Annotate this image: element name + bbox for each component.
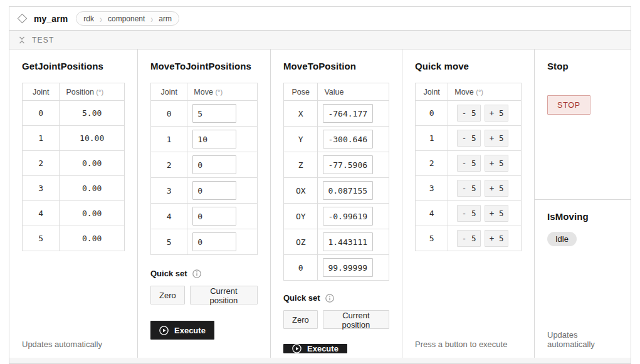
zero-button[interactable]: Zero	[283, 310, 318, 329]
minus-5-button-joint-1[interactable]: - 5	[457, 130, 481, 147]
column-header-joint: Joint	[151, 83, 187, 101]
column-header-move: Move (°)	[187, 83, 258, 101]
breadcrumb-item-arm[interactable]: arm	[159, 14, 172, 23]
collapse-icon	[19, 36, 25, 44]
move_to_position-input-Y[interactable]	[323, 130, 373, 148]
info-icon[interactable]	[192, 269, 201, 278]
breadcrumb-item-rdk[interactable]: rdk	[83, 14, 94, 23]
current-position-button[interactable]: Current position	[190, 286, 258, 304]
panel-stop-ismoving: Stop STOP IsMoving Idle Updates automati…	[535, 49, 631, 358]
component-title: my_arm	[34, 14, 68, 24]
stop-button[interactable]: STOP	[547, 95, 590, 115]
move_to_joint_positions-input-1[interactable]	[192, 130, 236, 148]
table-row: OY	[284, 204, 389, 229]
move_to_position-input-Z[interactable]	[323, 155, 373, 174]
value-input-cell	[318, 127, 389, 152]
position-value: 5.00	[60, 101, 125, 126]
position-value: 0.00	[60, 226, 125, 251]
status-badge: Idle	[547, 232, 577, 246]
get-joint-positions-table: Joint Position (°) 05.00110.0020.0030.00…	[22, 83, 125, 251]
table-row: 30.00	[23, 176, 125, 201]
table-row: 5- 5+ 5	[416, 226, 522, 251]
breadcrumb-item-component[interactable]: component	[108, 14, 145, 23]
table-row: 2- 5+ 5	[416, 151, 522, 176]
row-key: 4	[23, 201, 60, 226]
minus-5-button-joint-0[interactable]: - 5	[457, 105, 481, 122]
value-input-cell	[318, 152, 389, 178]
table-row: 4	[151, 204, 258, 229]
test-section-toggle[interactable]: TEST	[9, 31, 631, 49]
step-buttons-cell: - 5+ 5	[448, 176, 522, 201]
quick-set-header: Quick set	[283, 293, 389, 303]
table-row: 50.00	[23, 226, 125, 251]
execute-button[interactable]: Execute	[150, 321, 214, 340]
move_to_joint_positions-input-5[interactable]	[192, 232, 236, 251]
chevron-right-icon: ›	[100, 13, 102, 25]
move_to_joint_positions-input-2[interactable]	[192, 155, 236, 174]
auto-update-note: Updates automatically	[22, 340, 125, 349]
position-value: 10.00	[60, 126, 125, 151]
step-buttons-cell: - 5+ 5	[448, 201, 522, 226]
info-icon[interactable]	[325, 294, 334, 303]
move_to_joint_positions-input-0[interactable]	[192, 104, 236, 123]
row-key: 5	[23, 226, 60, 251]
panel-title: MoveToJointPositions	[150, 61, 258, 71]
panel-title: Stop	[547, 61, 618, 71]
table-row: 5	[151, 229, 258, 255]
plus-5-button-joint-5[interactable]: + 5	[485, 230, 508, 247]
breadcrumb: rdk › component › arm	[76, 11, 179, 26]
move_to_position-input-OX[interactable]	[323, 181, 373, 200]
row-key: OY	[284, 204, 318, 229]
move_to_position-input-θ[interactable]	[323, 258, 373, 277]
minus-5-button-joint-4[interactable]: - 5	[457, 205, 481, 222]
row-key: 0	[23, 101, 60, 126]
minus-5-button-joint-3[interactable]: - 5	[457, 180, 481, 197]
column-header-joint: Joint	[416, 83, 448, 101]
column-header-joint: Joint	[23, 83, 60, 101]
collapsed-section-strip[interactable]	[9, 358, 631, 363]
column-header-position: Position (°)	[60, 83, 125, 101]
value-input-cell	[187, 204, 258, 229]
current-position-button[interactable]: Current position	[323, 310, 389, 329]
row-key: 2	[151, 152, 187, 178]
row-key: 0	[416, 101, 448, 126]
value-input-cell	[187, 127, 258, 152]
panel-move-to-position: MoveToPosition Pose Value XYZOXOYOZθ Qui…	[271, 49, 402, 358]
minus-5-button-joint-2[interactable]: - 5	[457, 155, 481, 172]
minus-5-button-joint-5[interactable]: - 5	[457, 230, 481, 247]
move_to_position-input-OZ[interactable]	[323, 232, 373, 251]
row-key: 2	[416, 151, 448, 176]
move_to_joint_positions-input-3[interactable]	[192, 181, 236, 200]
value-input-cell	[318, 178, 389, 204]
row-key: 3	[151, 178, 187, 204]
quick-set-label: Quick set	[283, 293, 320, 303]
table-row: OX	[284, 178, 389, 204]
table-row: 1- 5+ 5	[416, 126, 522, 151]
step-buttons-cell: - 5+ 5	[448, 226, 522, 251]
move_to_position-input-X[interactable]	[323, 104, 373, 123]
column-header-value: Value	[318, 83, 389, 101]
position-value: 0.00	[60, 201, 125, 226]
move_to_position-input-OY[interactable]	[323, 207, 373, 226]
panel-title: Quick move	[415, 61, 522, 71]
zero-button[interactable]: Zero	[150, 286, 185, 304]
plus-5-button-joint-0[interactable]: + 5	[485, 105, 508, 122]
plus-5-button-joint-3[interactable]: + 5	[485, 180, 508, 197]
row-key: Z	[284, 152, 318, 178]
plus-5-button-joint-2[interactable]: + 5	[485, 155, 508, 172]
table-row: 110.00	[23, 126, 125, 151]
row-key: 3	[23, 176, 60, 201]
plus-5-button-joint-4[interactable]: + 5	[485, 205, 508, 222]
row-key: 1	[151, 127, 187, 152]
execute-button[interactable]: Execute	[283, 344, 347, 353]
value-input-cell	[187, 101, 258, 127]
row-key: Y	[284, 127, 318, 152]
arm-component-card: my_arm rdk › component › arm TEST GetJoi…	[9, 6, 631, 364]
test-section-label: TEST	[32, 36, 54, 44]
table-row: Z	[284, 152, 389, 178]
step-buttons-cell: - 5+ 5	[448, 126, 522, 151]
move_to_joint_positions-input-4[interactable]	[192, 207, 236, 226]
table-row: 1	[151, 127, 258, 152]
plus-5-button-joint-1[interactable]: + 5	[485, 130, 508, 147]
chevron-right-icon: ›	[150, 13, 153, 25]
